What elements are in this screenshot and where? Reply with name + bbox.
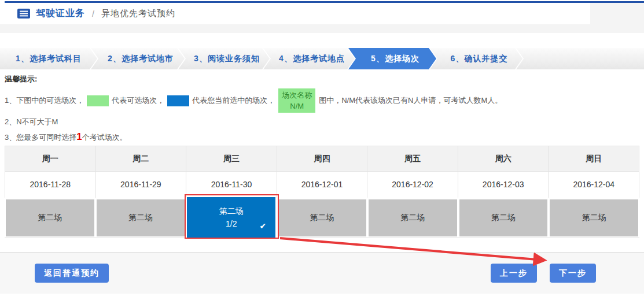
session-schedule-table: 周一 周二 周三 周四 周五 周六 周日 2016-11-28 2016-11-… xyxy=(5,146,639,238)
back-to-normal-booking-button[interactable]: 返回普通预约 xyxy=(35,264,109,283)
tips-line-1-text-1: 1、下图中的可选场次， xyxy=(5,95,84,106)
page-title: 异地优先考试预约 xyxy=(101,8,175,19)
session-row: 第二场 第二场 第二场 1/2 ✔ 第二场 第二场 第二场 第二场 xyxy=(5,198,639,238)
tips-line-1-text-4: 图中，N/M代表该场次已有N人申请，可考试人数M人。 xyxy=(319,95,502,106)
date-cell: 2016-12-02 xyxy=(367,172,458,198)
tab-step-1-label: 1、选择考试科目 xyxy=(16,54,82,64)
weekday-header: 周日 xyxy=(549,146,639,171)
session-option[interactable]: 第二场 xyxy=(6,199,94,236)
date-row: 2016-11-28 2016-11-29 2016-11-30 2016-12… xyxy=(5,172,639,198)
session-label: 第二场 xyxy=(582,213,606,223)
tips-panel: 温馨提示: 1、下图中的可选场次， 代表可选场次， 代表您当前选中的场次， 场次… xyxy=(0,69,644,146)
tab-step-3-label: 3、阅读业务须知 xyxy=(194,54,260,64)
session-option[interactable]: 第二场 xyxy=(278,199,366,236)
date-cell: 2016-12-01 xyxy=(277,172,368,198)
max-session-count: 1 xyxy=(76,131,82,142)
header-divider-strip xyxy=(0,24,644,33)
session-option[interactable]: 第二场 xyxy=(459,199,548,236)
session-cell: 第二场 xyxy=(458,198,549,238)
tips-line-1-text-3: 代表您当前选中的场次， xyxy=(192,95,275,106)
weekday-header: 周二 xyxy=(96,146,187,171)
session-option-selected[interactable]: 第二场 1/2 ✔ xyxy=(187,197,275,238)
action-bar: 返回普通预约 上一步 下一步 xyxy=(0,252,644,294)
session-cell: 第二场 xyxy=(549,198,639,238)
tab-step-1[interactable]: 1、选择考试科目 xyxy=(0,48,97,69)
session-cell: 第二场 xyxy=(5,198,95,238)
tab-step-3[interactable]: 3、阅读业务须知 xyxy=(178,48,270,69)
weekday-header: 周四 xyxy=(277,146,368,171)
tips-line-3-suffix: 个考试场次。 xyxy=(82,133,127,142)
header-right-background xyxy=(590,3,644,33)
session-label: 第二场 xyxy=(219,206,244,217)
next-step-button[interactable]: 下一步 xyxy=(550,264,596,283)
date-cell: 2016-11-28 xyxy=(5,172,96,198)
weekday-header: 周一 xyxy=(5,146,96,171)
session-option[interactable]: 第二场 xyxy=(369,199,457,236)
tab-step-6-label: 6、确认并提交 xyxy=(451,54,508,64)
selected-session-swatch xyxy=(167,95,189,106)
tips-line-2: 2、N不可大于M xyxy=(5,114,644,129)
previous-step-button[interactable]: 上一步 xyxy=(491,264,537,283)
spacer xyxy=(0,238,644,252)
session-option[interactable]: 第二场 xyxy=(97,199,185,236)
tab-bar-filler xyxy=(516,48,644,69)
tab-step-5-active[interactable]: 5、选择场次 xyxy=(348,48,436,69)
breadcrumb-root-link[interactable]: 驾驶证业务 xyxy=(36,8,85,20)
tab-step-4[interactable]: 4、选择考试地点 xyxy=(263,48,355,69)
session-cell-selected: 第二场 1/2 ✔ xyxy=(186,198,277,238)
step-tabs: 1、选择考试科目 2、选择考试地市 3、阅读业务须知 4、选择考试地点 5、选择… xyxy=(0,48,644,69)
date-cell: 2016-11-30 xyxy=(186,172,277,198)
session-cell: 第二场 xyxy=(367,198,458,238)
tab-step-2-label: 2、选择考试地市 xyxy=(108,54,174,64)
tab-step-4-label: 4、选择考试地点 xyxy=(279,54,345,64)
legend-session-ratio: N/M xyxy=(278,101,315,112)
tab-step-6[interactable]: 6、确认并提交 xyxy=(430,48,522,69)
list-icon xyxy=(17,9,30,18)
spacer xyxy=(0,33,644,48)
session-cell: 第二场 xyxy=(95,198,186,238)
session-legend-example: 场次名称 N/M xyxy=(278,88,315,113)
session-label: 第二场 xyxy=(38,213,62,223)
tab-step-5-label: 5、选择场次 xyxy=(371,54,419,64)
date-cell: 2016-12-03 xyxy=(458,172,549,198)
weekday-header-row: 周一 周二 周三 周四 周五 周六 周日 xyxy=(5,146,639,172)
tab-step-2[interactable]: 2、选择考试地市 xyxy=(91,48,185,69)
breadcrumb-separator: / xyxy=(92,9,94,18)
date-cell: 2016-12-04 xyxy=(549,172,639,198)
tips-line-3: 3、您最多可同时选择1个考试场次。 xyxy=(5,129,644,145)
date-cell: 2016-11-29 xyxy=(96,172,187,198)
session-ratio: 1/2 xyxy=(226,219,237,228)
tips-line-3-prefix: 3、您最多可同时选择 xyxy=(5,133,76,142)
weekday-header: 周五 xyxy=(367,146,458,171)
tips-title: 温馨提示: xyxy=(5,74,644,84)
weekday-header: 周三 xyxy=(186,146,277,171)
available-session-swatch xyxy=(87,95,109,106)
tips-line-1: 1、下图中的可选场次， 代表可选场次， 代表您当前选中的场次， 场次名称 N/M… xyxy=(5,87,644,114)
session-label: 第二场 xyxy=(128,213,153,223)
session-cell: 第二场 xyxy=(277,198,367,238)
session-label: 第二场 xyxy=(491,213,516,223)
session-label: 第二场 xyxy=(400,213,425,223)
tips-line-1-text-2: 代表可选场次， xyxy=(112,95,164,106)
check-icon: ✔ xyxy=(259,221,266,231)
session-label: 第二场 xyxy=(310,213,334,223)
legend-session-name: 场次名称 xyxy=(278,90,315,101)
session-option[interactable]: 第二场 xyxy=(550,199,638,236)
weekday-header: 周六 xyxy=(458,146,549,171)
nav-button-group: 上一步 下一步 xyxy=(491,264,596,283)
breadcrumb: 驾驶证业务 / 异地优先考试预约 xyxy=(0,3,644,24)
